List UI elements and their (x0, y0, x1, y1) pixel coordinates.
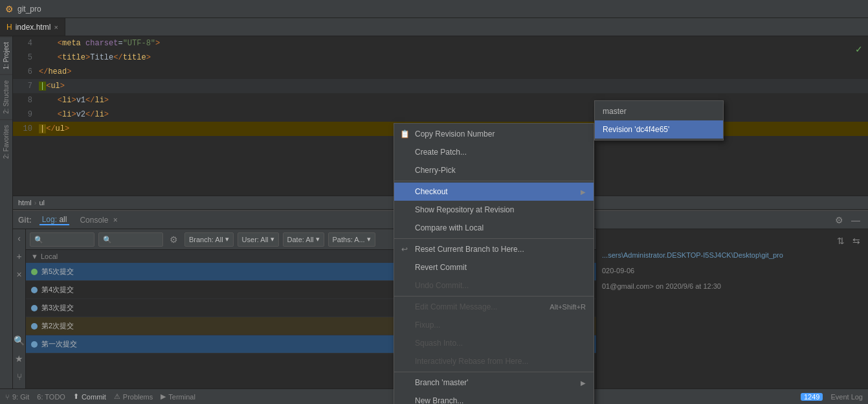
breadcrumb-ul[interactable]: ul (39, 199, 45, 207)
branch-arrow-icon: ▶ (581, 379, 586, 387)
reset-icon: ↩ (399, 245, 410, 254)
ctx-show-repo[interactable]: Show Repository at Revision (394, 201, 594, 219)
local-header-label: Local (41, 252, 58, 260)
ctx-interactive-rebase: Interactively Rebase from Here... (394, 352, 594, 370)
ctx-new-branch[interactable]: New Branch... (394, 392, 594, 404)
git-author-search-input[interactable] (98, 232, 163, 247)
terminal-icon: ▶ (161, 392, 166, 401)
right-panel-controls: ⇅ ⇆ (602, 234, 863, 247)
tab-html-icon: H (6, 23, 12, 32)
ctx-create-patch[interactable]: Create Patch... (394, 143, 594, 161)
ctx-checkout[interactable]: Checkout ▶ (394, 183, 594, 201)
ctx-squash: Squash Into... (394, 334, 594, 352)
code-line-6: 6 </head> (13, 65, 868, 79)
settings-btn[interactable]: ⚙ (832, 214, 846, 227)
submenu-checkout-revision[interactable]: Revision 'dc4f4e65' (595, 120, 723, 139)
git-filter-settings-btn[interactable]: ⚙ (167, 233, 181, 246)
ctx-sep-1 (394, 181, 594, 181)
ctx-copy-revision[interactable]: 📋 Copy Revision Number (394, 125, 594, 143)
commit-dot-5 (31, 269, 38, 275)
detail-path: ...sers\Administrator.DESKTOP-I5SJ4CK\De… (602, 251, 863, 259)
ctx-cherry-pick[interactable]: Cherry-Pick (394, 161, 594, 179)
commit-dot-3 (31, 305, 38, 311)
code-line-5: 5 <title>Title</title> (13, 50, 868, 65)
copy-icon: 📋 (399, 129, 410, 139)
tab-label: index.html (16, 23, 51, 32)
code-line-4: 4 <meta charset="UTF-8"> (13, 36, 868, 50)
event-count-badge: 1249 (801, 393, 823, 401)
commit-dot-1 (31, 341, 38, 348)
checkout-submenu: master Revision 'dc4f4e65' (594, 100, 724, 140)
status-event-log[interactable]: 1249 Event Log (801, 393, 863, 401)
app-title: git_pro (17, 5, 41, 14)
paths-filter[interactable]: Paths: A... ▾ (328, 232, 375, 247)
nav-delete-btn[interactable]: × (15, 268, 23, 281)
ctx-sep-3 (394, 296, 594, 297)
ctx-revert-commit[interactable]: Revert Commit (394, 258, 594, 276)
nav-search-btn[interactable]: 🔍 (13, 334, 26, 347)
ctx-branch-master[interactable]: Branch 'master' ▶ (394, 374, 594, 392)
commit-dot-2 (31, 323, 38, 330)
ctx-sep-4 (394, 372, 594, 372)
ctx-sep-2 (394, 238, 594, 239)
detail-date: 020-09-06 (602, 267, 863, 275)
git-icon: ⑂ (5, 393, 10, 401)
minimize-btn[interactable]: — (849, 214, 863, 227)
favorites-panel-label[interactable]: 2: Favorites (0, 119, 12, 164)
submenu-checkout-master[interactable]: master (595, 102, 723, 120)
breadcrumb-html[interactable]: html (18, 199, 32, 207)
nav-star-btn[interactable]: ★ (14, 352, 25, 365)
tab-close-button[interactable]: × (54, 23, 58, 31)
ctx-reset-branch[interactable]: ↩ Reset Current Branch to Here... (394, 240, 594, 258)
ctx-edit-commit-msg: Edit Commit Message... Alt+Shift+R (394, 298, 594, 316)
nav-back-btn[interactable]: ‹ (16, 232, 22, 245)
git-top-controls: ⚙ — (832, 214, 863, 227)
local-header-triangle[interactable]: ▼ (31, 252, 38, 260)
project-panel-label[interactable]: 1: Project (0, 36, 12, 74)
tab-console[interactable]: Console × (77, 216, 120, 225)
code-line-9: 9 <li>v2</li> (13, 107, 868, 122)
user-filter[interactable]: User: All ▾ (238, 232, 279, 247)
tab-index-html[interactable]: H index.html × (0, 18, 65, 36)
main-wrapper: ⚙ git_pro H index.html × 1: Project 2: S… (0, 0, 868, 404)
console-tab-close[interactable]: × (113, 216, 118, 225)
nav-branch-btn[interactable]: ⑂ (16, 370, 23, 383)
tab-bar: H index.html × (0, 18, 868, 36)
status-git[interactable]: ⑂ 9: Git (5, 393, 29, 401)
git-top-tabs: Git: Log: all Console × (18, 215, 120, 225)
status-todo[interactable]: 6: TODO (37, 393, 65, 401)
code-line-7: 7 |<ul> (13, 79, 868, 93)
git-search-input[interactable] (30, 232, 95, 247)
right-panel-expand-btn[interactable]: ⇅ (834, 234, 847, 247)
branch-filter[interactable]: Branch: All ▾ (184, 232, 234, 247)
breadcrumb-sep: › (34, 199, 37, 207)
commit-dot-4 (31, 287, 38, 293)
code-line-8: 8 <li>v1</li> (13, 93, 868, 107)
structure-panel-label[interactable]: 2: Structure (0, 74, 12, 119)
left-panel-labels: 1: Project 2: Structure 2: Favorites (0, 36, 13, 388)
warning-icon: ⚠ (114, 392, 120, 401)
context-menu: 📋 Copy Revision Number Create Patch... C… (394, 123, 594, 404)
nav-add-btn[interactable]: + (15, 250, 23, 263)
status-commit[interactable]: ⬆ Commit (73, 392, 106, 401)
checkout-arrow-icon: ▶ (581, 188, 586, 196)
status-problems[interactable]: ⚠ Problems (114, 392, 153, 401)
right-panel-collapse-btn[interactable]: ⇆ (850, 234, 863, 247)
app-icon: ⚙ (5, 4, 14, 14)
detail-email: 01@gmail.com> on 2020/9/6 at 12:30 (602, 282, 863, 290)
ctx-fixup: Fixup... (394, 316, 594, 334)
ctx-undo-commit: Undo Commit... (394, 276, 594, 295)
tab-log-all[interactable]: Log: all (39, 215, 70, 225)
date-filter[interactable]: Date: All ▾ (283, 232, 324, 247)
status-terminal[interactable]: ▶ Terminal (161, 392, 195, 401)
git-right-panel: ⇅ ⇆ ...sers\Administrator.DESKTOP-I5SJ4C… (596, 229, 868, 404)
ctx-compare-local[interactable]: Compare with Local (394, 219, 594, 237)
green-checkmark: ✓ (855, 44, 863, 54)
git-label: Git: (18, 216, 32, 225)
commit-icon: ⬆ (73, 392, 79, 401)
git-left-nav: ‹ + × 🔍 ★ ⑂ » (13, 229, 26, 404)
title-bar: ⚙ git_pro (0, 0, 868, 18)
